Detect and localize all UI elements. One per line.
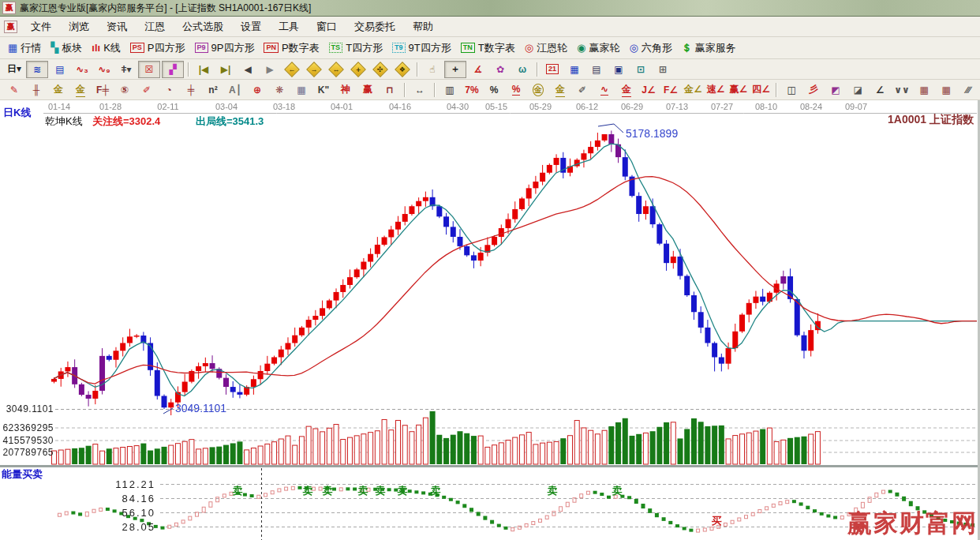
stat-panel-icon[interactable]: ▥ [440,82,460,98]
gold-lines-2-icon[interactable]: 金 [616,82,637,98]
multi-angle-icon[interactable]: ∠ [870,82,890,98]
print-icon[interactable]: ⊞ [653,62,673,77]
grid-target-arrow-icon[interactable]: ▦ [936,82,956,98]
prev-bar-icon[interactable]: ◀ [238,62,258,77]
toolbar-button-market-quotes[interactable]: ▦行情 [3,39,46,57]
four-angle-icon[interactable]: 四∠ [750,82,772,98]
fan-box-icon[interactable]: ◩ [825,82,846,98]
kline-chart-canvas[interactable] [0,100,980,540]
j-angle-icon[interactable]: J∠ [638,82,659,98]
app-menu-icon[interactable]: 赢 [4,21,17,33]
menu-item-文件[interactable]: 文件 [22,17,60,36]
speed-angle-icon[interactable]: 速∠ [705,82,727,98]
stock-info-icon[interactable]: ▤ [50,62,70,77]
zigzag-icon[interactable]: ∨∨ [892,82,912,98]
color-volume-icon[interactable]: ▞ [162,61,184,78]
menu-item-交易委托[interactable]: 交易委托 [346,17,404,36]
menu-item-帮助[interactable]: 帮助 [404,17,442,36]
menu-item-窗口[interactable]: 窗口 [308,17,346,36]
f-fence-icon[interactable]: F╪ [92,82,113,98]
menu-item-公式选股[interactable]: 公式选股 [174,17,232,36]
gann-star-icon[interactable]: ✣ [370,62,391,77]
fan-lines-icon[interactable]: 彡 [803,82,824,98]
crosshair-icon[interactable]: ＋ [444,61,466,78]
gold-fence-icon[interactable]: 金 [48,82,69,98]
width-measure-icon[interactable]: ↔ [410,82,430,98]
toolbar-button-9t-square[interactable]: T99T四方形 [387,39,456,57]
region-zoom-icon[interactable]: ≋ [26,61,48,78]
menu-item-工具[interactable]: 工具 [270,17,308,36]
toolbar-button-hexagon[interactable]: ◎六角形 [624,39,676,57]
neural-wave-icon[interactable]: ω [512,62,533,77]
menu-item-浏览[interactable]: 浏览 [60,17,98,36]
ruler-123-icon[interactable]: ⊓ [380,82,400,98]
percent-icon[interactable]: % [484,82,504,98]
brush-icon[interactable]: ✐ [137,82,157,98]
gann-expand-icon[interactable]: ↔ [326,62,346,77]
gann-left-icon[interactable]: ← [282,62,302,77]
box-select-icon[interactable]: ◫ [781,82,802,98]
gann-stamp-icon[interactable]: ☒ [138,61,160,78]
circle-cross-icon[interactable]: ⊕ [247,82,267,98]
toolbar-button-gann-wheel[interactable]: ◎江恩轮 [520,39,572,57]
net-update-icon[interactable]: ⊡ [630,62,651,77]
toolbar-button-p-number-table[interactable]: PNP数字表 [259,39,324,57]
next-bar-icon[interactable]: ▶ [260,62,280,77]
parallel-rays-icon[interactable]: ∕∕∕ [958,82,978,98]
calendar-icon[interactable]: 21 [542,62,563,77]
percent-lines-icon[interactable]: % [506,82,526,98]
toolbar-button-t-square[interactable]: TST四方形 [324,39,387,57]
gold-circle-icon[interactable]: 金 [528,82,548,98]
time-circle-icon[interactable]: ◔ [159,82,179,98]
gold-lines-icon[interactable]: 金 [550,82,570,98]
candle-type-dropdown-icon[interactable]: ǂ▾ [116,62,137,77]
toolbar-button-9p-square[interactable]: P99P四方形 [190,39,260,57]
toolbar-button-t-number-table[interactable]: TNT数字表 [456,39,520,57]
calculator-icon[interactable]: ▦ [564,62,585,77]
toolbar-button-winner-wheel[interactable]: ◉赢家轮 [572,39,624,57]
sell-signal-marker: 卖 [396,484,409,498]
angle-measure-icon[interactable]: ∡ [468,62,488,77]
mirror-line-icon[interactable]: A⎮ [225,82,245,98]
gann-right-icon[interactable]: → [304,62,324,77]
time-fence-icon[interactable]: ╪ [181,82,201,98]
gold-fence-2-icon[interactable]: 金 [70,82,91,98]
shen-fence-icon[interactable]: 神 [335,82,356,98]
pan-hand-icon[interactable]: ☝ [422,62,443,77]
percent-slash-icon[interactable]: 7% [462,82,482,98]
sell-signal-marker: 卖 [231,484,244,498]
gann-flower-icon[interactable]: ✿ [490,62,511,77]
gann-cross-icon[interactable]: ＋ [348,62,368,77]
period-dropdown-icon[interactable]: 日▾ [4,62,24,77]
wave-ab-icon[interactable]: ∿ [594,82,615,98]
grid-target-icon[interactable]: ▦ [914,82,934,98]
trade-notes-icon[interactable]: ▤ [586,62,607,77]
spiral-5-icon[interactable]: ⑤ [114,82,135,98]
web-grid-icon[interactable]: ▦ [291,82,312,98]
win-angle-icon[interactable]: 赢∠ [728,82,750,98]
win-fence-icon[interactable]: 赢 [357,82,378,98]
gold-angle-icon[interactable]: 金∠ [683,82,704,98]
gann-grid-icon[interactable]: ❖ [392,62,413,77]
first-page-icon[interactable]: |◀ [193,62,214,77]
toolbar-button-kline[interactable]: ılıK线 [87,39,125,57]
menu-item-江恩[interactable]: 江恩 [136,17,174,36]
k-count-icon[interactable]: K" [313,82,334,98]
pen-ruler-icon[interactable]: ✐ [572,82,593,98]
price-fence-icon[interactable]: ╫ [26,82,47,98]
toolbar-button-winner-service[interactable]: ＄赢家服务 [677,39,741,57]
wave-3-icon[interactable]: ∿₃ [72,62,92,77]
toolbar-button-p-square[interactable]: PSP四方形 [125,39,190,57]
spider-web-icon[interactable]: ❋ [269,82,290,98]
save-data-icon[interactable]: ▣ [608,62,629,77]
draw-pencil-icon[interactable]: ✎ [4,82,24,98]
wave-9-icon[interactable]: ∿₉ [94,62,114,77]
fan-box-dark-icon[interactable]: ◪ [847,82,868,98]
toolbar-button-sectors[interactable]: ▚板块 [46,39,87,57]
menu-item-资讯[interactable]: 资讯 [98,17,136,36]
last-page-icon[interactable]: ▶| [215,62,236,77]
menu-item-设置[interactable]: 设置 [232,17,270,36]
n-square-icon[interactable]: n² [203,82,223,98]
f-angle-icon[interactable]: F∠ [660,82,681,98]
toolbar-divider [537,62,538,77]
